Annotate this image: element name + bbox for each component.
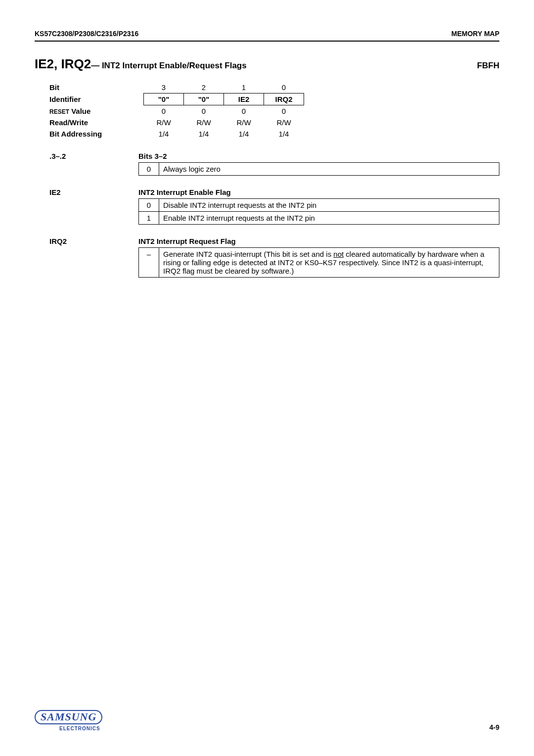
cell: R/W: [264, 117, 304, 128]
section-title: Bits 3–2: [138, 152, 499, 160]
cell: 0: [144, 105, 184, 117]
cell: 0: [264, 82, 304, 94]
header-right: MEMORY MAP: [451, 30, 499, 38]
page-title: IE2, IRQ2 — INT2 Interrupt Enable/Reques…: [35, 56, 247, 72]
samsung-logo: SAMSUNG: [35, 710, 102, 724]
samsung-logo-block: SAMSUNG ELECTRONICS: [35, 710, 102, 731]
cell: 0: [224, 105, 264, 117]
cell: R/W: [224, 117, 264, 128]
table-row: 1 Enable INT2 interrupt requests at the …: [139, 212, 499, 225]
row-label: Read/Write: [49, 117, 144, 128]
cell: 0: [184, 105, 224, 117]
desc-pre: Generate INT2 quasi-interrupt (This bit …: [163, 250, 333, 258]
section-label: IE2: [49, 188, 138, 225]
page-number: 4-9: [490, 723, 499, 731]
row-label: Bit Addressing: [49, 128, 144, 140]
cell: IRQ2: [264, 94, 304, 105]
bit-table: Bit 3 2 1 0 Identifier "0" "0" IE2 IRQ2 …: [49, 82, 304, 140]
code-cell: 0: [139, 163, 159, 176]
header-left: KS57C2308/P2308/C2316/P2316: [35, 30, 138, 38]
title-sub: — INT2 Interrupt Enable/Request Flags: [91, 61, 247, 70]
cell: 1/4: [184, 128, 224, 140]
table-row: RESET Value 0 0 0 0: [49, 105, 304, 117]
desc-cell: Always logic zero: [159, 163, 499, 176]
header-rule: [35, 41, 499, 42]
cell: 1: [224, 82, 264, 94]
table-row: Bit Addressing 1/4 1/4 1/4 1/4: [49, 128, 304, 140]
cell: 2: [184, 82, 224, 94]
cell: IE2: [224, 94, 264, 105]
section-irq2: IRQ2 INT2 Interrupt Request Flag – Gener…: [49, 237, 499, 278]
reset-label-suffix: Value: [69, 107, 90, 115]
code-cell: –: [139, 248, 159, 278]
table-row: – Generate INT2 quasi-interrupt (This bi…: [139, 248, 499, 278]
section-title: INT2 Interrupt Request Flag: [138, 237, 499, 245]
section-label: .3–.2: [49, 152, 138, 176]
row-label: RESET Value: [49, 105, 144, 117]
section-label: IRQ2: [49, 237, 138, 278]
electronics-label: ELECTRONICS: [59, 726, 102, 731]
title-main: IE2, IRQ2: [35, 56, 91, 71]
desc-table: 0 Disable INT2 interrupt requests at the…: [138, 198, 499, 225]
cell: R/W: [144, 117, 184, 128]
desc-table: – Generate INT2 quasi-interrupt (This bi…: [138, 247, 499, 278]
code-cell: 1: [139, 212, 159, 225]
cell: 1/4: [144, 128, 184, 140]
table-row: Read/Write R/W R/W R/W R/W: [49, 117, 304, 128]
cell: 0: [264, 105, 304, 117]
cell: "0": [144, 94, 184, 105]
cell: R/W: [184, 117, 224, 128]
row-label: Identifier: [49, 94, 144, 105]
cell: 1/4: [264, 128, 304, 140]
title-address: FBFH: [477, 61, 499, 71]
section-bits-3-2: .3–.2 Bits 3–2 0 Always logic zero: [49, 152, 499, 176]
cell: 3: [144, 82, 184, 94]
table-row: Identifier "0" "0" IE2 IRQ2: [49, 94, 304, 105]
section-title: INT2 Interrupt Enable Flag: [138, 188, 499, 196]
desc-cell: Disable INT2 interrupt requests at the I…: [159, 199, 499, 212]
code-cell: 0: [139, 199, 159, 212]
desc-cell: Enable INT2 interrupt requests at the IN…: [159, 212, 499, 225]
cell: 1/4: [224, 128, 264, 140]
cell: "0": [184, 94, 224, 105]
reset-label-prefix: RESET: [49, 108, 69, 115]
desc-not: not: [333, 250, 344, 258]
table-row: 0 Disable INT2 interrupt requests at the…: [139, 199, 499, 212]
row-label: Bit: [49, 82, 144, 94]
desc-table: 0 Always logic zero: [138, 162, 499, 176]
table-row: 0 Always logic zero: [139, 163, 499, 176]
section-ie2: IE2 INT2 Interrupt Enable Flag 0 Disable…: [49, 188, 499, 225]
table-row: Bit 3 2 1 0: [49, 82, 304, 94]
desc-cell: Generate INT2 quasi-interrupt (This bit …: [159, 248, 499, 278]
